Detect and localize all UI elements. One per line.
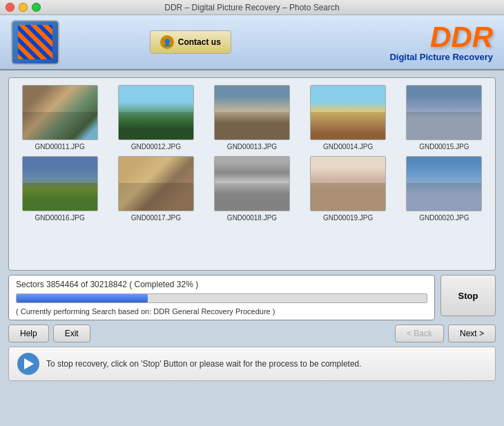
info-box: To stop recovery, click on 'Stop' Button… bbox=[8, 347, 496, 381]
photo-thumb-photo-16 bbox=[22, 156, 98, 211]
photo-label-photo-12: GND00012.JPG bbox=[131, 143, 181, 151]
progress-box: Sectors 3854464 of 30218842 ( Completed … bbox=[8, 275, 435, 320]
photo-label-photo-18: GND00018.JPG bbox=[227, 214, 277, 222]
stop-button[interactable]: Stop bbox=[440, 275, 496, 316]
photo-thumb-photo-11 bbox=[22, 85, 98, 140]
photo-label-photo-11: GND00011.JPG bbox=[35, 143, 84, 151]
info-text: To stop recovery, click on 'Stop' Button… bbox=[46, 359, 362, 369]
progress-bar-fill bbox=[17, 294, 148, 302]
close-button[interactable] bbox=[6, 3, 14, 12]
photo-thumb-photo-19 bbox=[310, 156, 386, 211]
brand-area: DDR Digital Picture Recovery bbox=[389, 23, 493, 62]
photo-label-photo-19: GND00019.JPG bbox=[323, 214, 373, 222]
photo-label-photo-16: GND00016.JPG bbox=[35, 214, 84, 222]
photo-thumb-photo-14 bbox=[310, 85, 386, 140]
photo-grid-area: GND00011.JPGGND00012.JPGGND00013.JPGGND0… bbox=[8, 77, 496, 271]
photo-item[interactable]: GND00017.JPG bbox=[112, 156, 200, 222]
progress-status: ( Currently performing Search based on: … bbox=[16, 307, 427, 316]
nav-bar: Help Exit < Back Next > bbox=[8, 325, 496, 342]
photo-item[interactable]: GND00019.JPG bbox=[304, 156, 392, 222]
back-button[interactable]: < Back bbox=[395, 325, 444, 342]
photo-item[interactable]: GND00016.JPG bbox=[16, 156, 104, 222]
window-title: DDR – Digital Picture Recovery – Photo S… bbox=[164, 3, 339, 12]
logo-pattern bbox=[18, 25, 52, 59]
brand-ddr-text: DDR bbox=[389, 23, 493, 52]
photo-label-photo-20: GND00020.JPG bbox=[419, 214, 469, 222]
next-button[interactable]: Next > bbox=[448, 325, 496, 342]
photo-thumb-photo-13 bbox=[214, 85, 290, 140]
photo-item[interactable]: GND00012.JPG bbox=[112, 85, 200, 151]
photo-item[interactable]: GND00011.JPG bbox=[16, 85, 104, 151]
photo-label-photo-15: GND00015.JPG bbox=[419, 143, 469, 151]
photo-thumb-photo-15 bbox=[406, 85, 482, 140]
photo-label-photo-17: GND00017.JPG bbox=[131, 214, 181, 222]
main-content: GND00011.JPGGND00012.JPGGND00013.JPGGND0… bbox=[0, 70, 504, 426]
contact-icon: 👤 bbox=[160, 35, 174, 49]
header: 👤 Contact us DDR Digital Picture Recover… bbox=[0, 15, 504, 70]
photo-grid: GND00011.JPGGND00012.JPGGND00013.JPGGND0… bbox=[16, 85, 488, 222]
photo-label-photo-13: GND00013.JPG bbox=[227, 143, 277, 151]
info-icon bbox=[17, 353, 39, 375]
photo-thumb-photo-17 bbox=[118, 156, 194, 211]
minimize-button[interactable] bbox=[19, 3, 28, 12]
window-controls bbox=[6, 3, 41, 12]
photo-label-photo-14: GND00014.JPG bbox=[323, 143, 373, 151]
sectors-text: Sectors 3854464 of 30218842 ( Completed … bbox=[16, 280, 427, 289]
help-button[interactable]: Help bbox=[8, 325, 49, 342]
photo-item[interactable]: GND00014.JPG bbox=[304, 85, 392, 151]
photo-item[interactable]: GND00015.JPG bbox=[400, 85, 488, 151]
brand-subtitle: Digital Picture Recovery bbox=[389, 52, 493, 62]
photo-item[interactable]: GND00018.JPG bbox=[208, 156, 295, 222]
title-bar: DDR – Digital Picture Recovery – Photo S… bbox=[0, 0, 504, 15]
progress-area: Sectors 3854464 of 30218842 ( Completed … bbox=[8, 275, 496, 320]
exit-button[interactable]: Exit bbox=[53, 325, 90, 342]
photo-item[interactable]: GND00020.JPG bbox=[400, 156, 488, 222]
maximize-button[interactable] bbox=[32, 3, 41, 12]
photo-thumb-photo-12 bbox=[118, 85, 194, 140]
logo-box bbox=[11, 20, 59, 65]
progress-bar-bg bbox=[16, 293, 427, 303]
photo-item[interactable]: GND00013.JPG bbox=[208, 85, 295, 151]
contact-button[interactable]: 👤 Contact us bbox=[150, 30, 231, 54]
photo-thumb-photo-20 bbox=[406, 156, 482, 211]
photo-thumb-photo-18 bbox=[214, 156, 290, 211]
